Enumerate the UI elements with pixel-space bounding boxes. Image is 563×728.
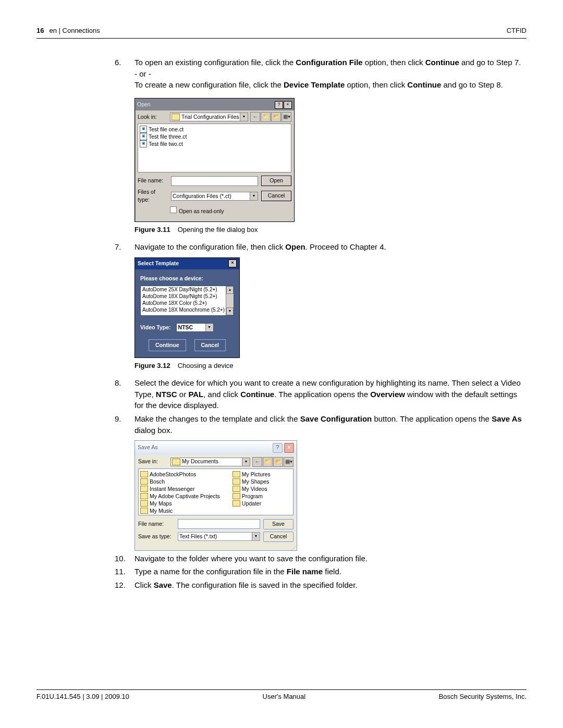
step-6: 6. To open an existing configuration fil… xyxy=(115,57,527,239)
folder-item[interactable]: Program xyxy=(232,492,271,500)
select-template-titlebar[interactable]: Select Template× xyxy=(135,258,239,269)
footer-right: Bosch Security Systems, Inc. xyxy=(439,692,527,702)
open-button[interactable]: Open xyxy=(261,176,291,186)
folder-icon xyxy=(140,471,148,477)
folder-item[interactable]: My Videos xyxy=(232,485,271,492)
video-type-label: Video Type: xyxy=(140,324,171,331)
save-as-titlebar[interactable]: Save As?× xyxy=(135,441,297,455)
step-11: 11. Type a name for the configuration fi… xyxy=(115,566,527,577)
video-type-combo[interactable]: NTSC▼ xyxy=(176,323,214,332)
new-folder-icon[interactable]: 📂 xyxy=(273,457,283,467)
footer-rule xyxy=(36,689,527,690)
resize-grip[interactable]: ⋰ xyxy=(135,218,294,221)
page-number: 16 xyxy=(36,27,44,34)
page: 16en | Connections CTFID 6. To open an e… xyxy=(0,0,563,728)
folder-item[interactable]: My Maps xyxy=(140,500,220,507)
device-option[interactable]: AutoDome 25X Day/Night (5.2+) xyxy=(141,286,234,293)
folder-item[interactable]: Instant Messenger xyxy=(140,485,220,492)
filename-label: File name: xyxy=(138,520,175,528)
folder-icon xyxy=(232,478,240,485)
folder-icon xyxy=(172,459,180,465)
device-option[interactable]: AutoDome 18X Color (5.2+) xyxy=(141,300,234,306)
filetype-combo[interactable]: Configuration Files (*.ct)▼ xyxy=(171,192,258,201)
step-number: 9. xyxy=(115,413,134,551)
help-icon[interactable]: ? xyxy=(275,101,283,109)
figure-caption: Figure 3.12Choosing a device xyxy=(134,361,527,371)
folder-item[interactable]: My Adobe Captivate Projects xyxy=(140,492,220,500)
cancel-button[interactable]: Cancel xyxy=(263,532,293,542)
step-10: 10. Navigate to the folder where you wan… xyxy=(115,553,527,564)
new-folder-icon[interactable]: 📂 xyxy=(271,112,281,122)
chevron-down-icon[interactable]: ▼ xyxy=(252,533,260,540)
scrollbar[interactable]: ▲▼ xyxy=(226,286,234,315)
close-icon[interactable]: × xyxy=(284,443,294,453)
step-number: 6. xyxy=(115,57,134,239)
folder-item[interactable]: My Shapes xyxy=(232,478,271,485)
template-prompt: Please choose a device: xyxy=(140,275,234,282)
folder-item[interactable]: My Music xyxy=(140,507,220,514)
up-folder-icon[interactable]: 📁 xyxy=(261,112,271,122)
footer-center: User's Manual xyxy=(263,692,306,702)
continue-button[interactable]: Continue xyxy=(149,339,186,351)
folder-icon xyxy=(232,500,240,507)
close-icon[interactable]: × xyxy=(228,260,237,267)
folder-icon xyxy=(140,478,148,485)
folder-icon xyxy=(232,493,240,499)
step-number: 8. xyxy=(115,377,134,411)
views-icon[interactable]: ▦▾ xyxy=(284,457,293,467)
folder-item[interactable]: Bosch xyxy=(140,478,220,485)
readonly-checkbox[interactable] xyxy=(170,206,177,213)
step-12: 12. Click Save. The configuration file i… xyxy=(115,579,527,591)
close-icon[interactable]: × xyxy=(284,101,292,109)
page-header: 16en | Connections CTFID xyxy=(36,26,527,38)
file-icon: ▣ xyxy=(140,126,147,133)
file-item[interactable]: ▣Test file one.ct xyxy=(140,126,289,133)
views-icon[interactable]: ▦▾ xyxy=(282,112,291,122)
device-listbox[interactable]: AutoDome 25X Day/Night (5.2+) AutoDome 1… xyxy=(140,286,234,316)
select-template-dialog: Select Template× Please choose a device:… xyxy=(134,257,240,358)
chevron-down-icon[interactable]: ▼ xyxy=(240,113,248,121)
filetype-label: Files of type: xyxy=(138,188,168,204)
folder-item[interactable]: Updater xyxy=(232,500,271,507)
device-option[interactable]: AutoDome 18X Day/Night (5.2+) xyxy=(141,293,234,300)
folder-icon xyxy=(140,500,148,507)
folder-item[interactable]: My Pictures xyxy=(232,471,271,478)
readonly-label: Open as read-only xyxy=(179,208,224,214)
chevron-down-icon[interactable]: ▼ xyxy=(250,192,258,200)
back-icon[interactable]: ← xyxy=(252,457,262,467)
or-separator: - or - xyxy=(134,68,527,80)
file-icon: ▣ xyxy=(140,140,147,147)
cancel-button[interactable]: Cancel xyxy=(261,191,291,201)
folder-list[interactable]: AdobeStockPhotos Bosch Instant Messenger… xyxy=(138,468,293,515)
chevron-down-icon[interactable]: ▼ xyxy=(205,324,213,331)
open-dialog-titlebar[interactable]: Open ?× xyxy=(135,98,294,110)
up-folder-icon[interactable]: 📁 xyxy=(263,457,273,467)
device-option[interactable]: AutoDome 18X Monochrome (5.2+) xyxy=(141,306,234,313)
chevron-down-icon[interactable]: ▼ xyxy=(242,458,250,466)
step-7: 7. Navigate to the configuration file, t… xyxy=(115,241,527,375)
file-item[interactable]: ▣Test file three.ct xyxy=(140,133,289,140)
help-icon[interactable]: ? xyxy=(273,443,283,453)
file-list[interactable]: ▣Test file one.ct ▣Test file three.ct ▣T… xyxy=(138,124,291,172)
scroll-up-icon[interactable]: ▲ xyxy=(226,286,234,294)
filename-input[interactable] xyxy=(171,176,258,186)
savein-label: Save in: xyxy=(138,458,168,465)
back-icon[interactable]: ← xyxy=(250,112,260,122)
doc-id: CTFID xyxy=(507,26,527,36)
saveastype-combo[interactable]: Text Files (*.txt)▼ xyxy=(178,532,260,541)
filename-input[interactable] xyxy=(178,519,260,529)
folder-icon xyxy=(140,508,148,514)
lookin-combo[interactable]: Trial Configuration Files▼ xyxy=(170,113,248,121)
section-title: en | Connections xyxy=(49,27,100,34)
saveastype-label: Save as type: xyxy=(138,533,175,540)
scroll-down-icon[interactable]: ▼ xyxy=(226,307,234,315)
folder-icon xyxy=(140,493,148,499)
folder-item[interactable]: AdobeStockPhotos xyxy=(140,471,220,478)
savein-combo[interactable]: My Documents▼ xyxy=(170,458,250,466)
resize-grip[interactable]: ⋰ xyxy=(135,547,297,550)
folder-icon xyxy=(140,486,148,492)
save-button[interactable]: Save xyxy=(263,519,293,529)
step-9: 9. Make the changes to the template and … xyxy=(115,413,527,551)
cancel-button[interactable]: Cancel xyxy=(194,339,226,351)
file-item[interactable]: ▣Test file two.ct xyxy=(140,140,289,147)
